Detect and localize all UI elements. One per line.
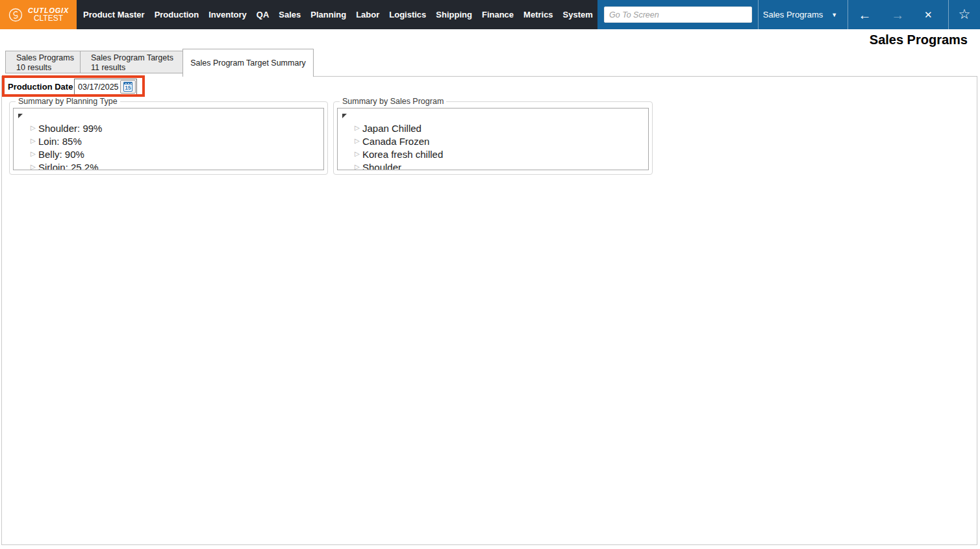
tree-item[interactable]: ▷ Sirloin: 25.2% — [14, 160, 323, 170]
production-date-value: 03/17/2025 — [75, 83, 120, 92]
page-title: Sales Programs — [870, 32, 968, 47]
tab-result-count: 10 results — [16, 63, 80, 73]
calendar-picker-button[interactable]: 15 — [120, 80, 136, 94]
nav-menu-item[interactable]: Labor — [356, 10, 379, 19]
tree-item[interactable]: ▷ Korea fresh chilled — [338, 147, 648, 160]
tab-label: Sales Programs — [16, 53, 80, 63]
tree-item[interactable]: ▷ Shoulder — [338, 160, 648, 170]
tree-item-label: Belly: 90% — [38, 149, 84, 160]
nav-menu-item[interactable]: System — [563, 10, 593, 19]
tree-item-list: ▷ Japan Chilled ▷ Canada Frozen ▷ Korea … — [338, 121, 648, 170]
forward-icon[interactable]: → — [891, 8, 904, 21]
tree-item[interactable]: ▷ Japan Chilled — [338, 121, 648, 134]
panel-top-border — [314, 76, 977, 77]
tree-expanded-icon[interactable] — [342, 114, 347, 118]
nav-menu-item[interactable]: Product Master — [83, 10, 145, 19]
nav-menu-item[interactable]: Inventory — [208, 10, 247, 19]
nav-menu-item[interactable]: Metrics — [523, 10, 553, 19]
tree-root-node[interactable] — [14, 110, 323, 121]
tab-label: Sales Program Target Summary — [190, 58, 306, 68]
brand-environment: CLTEST — [28, 14, 69, 23]
tree-item-label: Sirloin: 25.2% — [38, 162, 99, 171]
nav-menu-item[interactable]: Planning — [310, 10, 346, 19]
tree-item-list: ▷ Shoulder: 99% ▷ Loin: 85% ▷ Belly: 90%… — [14, 121, 323, 170]
tree-item[interactable]: ▷ Shoulder: 99% — [14, 121, 323, 134]
tree-collapsed-icon[interactable]: ▷ — [355, 125, 361, 131]
top-bar-tools: Sales Programs ▼ ← → ✕ ☆ — [597, 0, 980, 29]
cutlogix-logo-icon — [8, 7, 23, 23]
close-icon[interactable]: ✕ — [924, 10, 933, 19]
production-date-input[interactable]: 03/17/2025 15 — [74, 79, 137, 95]
panel-summary-by-sales-program: Summary by Sales Program ▷ Japan Chilled… — [333, 101, 653, 175]
panel-title: Summary by Sales Program — [340, 97, 446, 106]
tab-result-count: 11 results — [91, 63, 182, 73]
tree-item-label: Shoulder — [362, 162, 401, 171]
tree-collapsed-icon[interactable]: ▷ — [355, 151, 361, 157]
brand-logo[interactable]: CUTLOGIX CLTEST — [0, 0, 77, 29]
nav-menu-item[interactable]: Production — [155, 10, 199, 19]
tab-sales-program-targets[interactable]: Sales Program Targets 11 results — [80, 51, 183, 73]
tree-item-label: Korea fresh chilled — [362, 149, 443, 160]
main-nav-menu: Product Master Production Inventory QA S… — [77, 0, 597, 29]
calendar-icon: 15 — [123, 82, 132, 92]
nav-menu-item[interactable]: Logistics — [389, 10, 426, 19]
tab-label: Sales Program Targets — [91, 53, 182, 63]
nav-menu-item[interactable]: Sales — [279, 10, 301, 19]
tree-item[interactable]: ▷ Belly: 90% — [14, 147, 323, 160]
tree-collapsed-icon[interactable]: ▷ — [31, 164, 37, 170]
tree-collapsed-icon[interactable]: ▷ — [355, 164, 361, 170]
favorite-button[interactable]: ☆ — [949, 7, 980, 22]
tab-sales-programs[interactable]: Sales Programs 10 results — [5, 51, 81, 73]
favorite-star-icon: ☆ — [959, 7, 971, 22]
nav-menu-item[interactable]: Shipping — [436, 10, 472, 19]
tab-sales-program-target-summary[interactable]: Sales Program Target Summary — [182, 49, 314, 77]
panel-summary-by-planning-type: Summary by Planning Type ▷ Shoulder: 99%… — [9, 101, 328, 175]
panel-title: Summary by Planning Type — [16, 97, 120, 106]
go-to-screen-input[interactable] — [604, 6, 752, 23]
tree-root-node[interactable] — [338, 110, 648, 121]
tree-collapsed-icon[interactable]: ▷ — [31, 138, 37, 144]
screen-selector-dropdown[interactable]: Sales Programs ▼ — [759, 0, 842, 29]
tree-item-label: Shoulder: 99% — [38, 123, 102, 134]
tree-item[interactable]: ▷ Loin: 85% — [14, 134, 323, 147]
tree-collapsed-icon[interactable]: ▷ — [31, 125, 37, 131]
tree-item-label: Canada Frozen — [362, 136, 429, 147]
screen-selector-label: Sales Programs — [763, 10, 823, 19]
tree-expanded-icon[interactable] — [18, 114, 23, 118]
history-nav-buttons: ← → ✕ — [848, 0, 942, 29]
tree-item[interactable]: ▷ Canada Frozen — [338, 134, 648, 147]
planning-type-tree[interactable]: ▷ Shoulder: 99% ▷ Loin: 85% ▷ Belly: 90%… — [13, 108, 324, 170]
top-bar: CUTLOGIX CLTEST Product Master Productio… — [0, 0, 980, 29]
tree-collapsed-icon[interactable]: ▷ — [355, 138, 361, 144]
nav-menu-item[interactable]: Finance — [482, 10, 514, 19]
tree-item-label: Loin: 85% — [38, 136, 82, 147]
back-icon[interactable]: ← — [858, 8, 871, 21]
tree-item-label: Japan Chilled — [362, 123, 421, 134]
chevron-down-icon: ▼ — [831, 11, 837, 18]
brand-text: CUTLOGIX CLTEST — [28, 6, 69, 23]
sales-program-tree[interactable]: ▷ Japan Chilled ▷ Canada Frozen ▷ Korea … — [337, 108, 649, 170]
production-date-label: Production Date — [8, 82, 73, 92]
tree-collapsed-icon[interactable]: ▷ — [31, 151, 37, 157]
nav-menu-item[interactable]: QA — [257, 10, 270, 19]
